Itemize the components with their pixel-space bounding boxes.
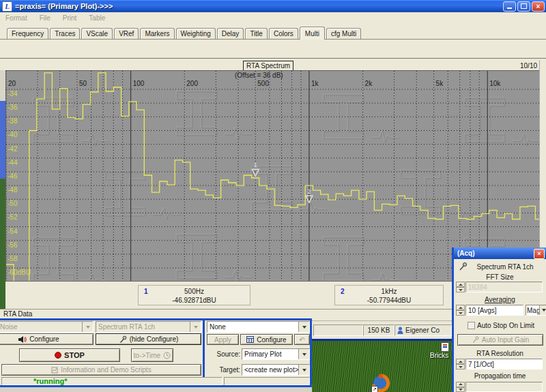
averaging-mode-select[interactable]: Mag — [526, 305, 546, 316]
rta-data-strip: RTA Data — [0, 309, 452, 318]
svg-text:-56: -56 — [8, 241, 18, 249]
svg-text:-36: -36 — [8, 104, 18, 111]
tab-frequency[interactable]: Frequency — [7, 28, 48, 39]
auto-stop-label: Auto Stop On Limit — [477, 322, 534, 329]
source-label: Source: — [205, 350, 240, 358]
window-title: =praxis= (Primary Plot)->>> — [15, 2, 113, 10]
tab-traces[interactable]: Traces — [50, 28, 80, 39]
undo-icon: ↶ — [299, 336, 304, 344]
fft-size-field[interactable]: 16384 — [465, 282, 543, 292]
svg-text:500: 500 — [257, 80, 269, 87]
menu-item-table[interactable]: Table — [89, 14, 105, 22]
desktop-wallpaper: Bricks ↗ — [312, 341, 452, 392]
praxis-logo-icon: L — [2, 1, 12, 12]
tab-strip: FrequencyTracesVScaleVRefMarkersWeightin… — [0, 24, 546, 40]
info-scripts-button[interactable]: Information and Demo Scripts — [1, 364, 201, 376]
chevron-down-icon[interactable] — [298, 365, 309, 375]
svg-text:50: 50 — [79, 80, 87, 87]
bricks-icon-label[interactable]: Bricks — [430, 352, 448, 359]
tab-vref[interactable]: VRef — [114, 28, 139, 39]
tab-colors[interactable]: Colors — [269, 28, 298, 39]
chevron-down-icon[interactable] — [298, 349, 309, 359]
svg-text:10k: 10k — [489, 80, 501, 87]
auto-stop-checkbox[interactable] — [468, 322, 475, 329]
menu-bar: FormatFilePrintTable — [0, 12, 546, 24]
plot-right-edge — [539, 60, 546, 247]
rta-resolution-stepper[interactable] — [456, 359, 465, 370]
calculator-icon — [246, 336, 254, 343]
svg-text:-34: -34 — [8, 90, 18, 97]
propagation-time-label: Propagation time — [454, 372, 546, 380]
menu-item-print[interactable]: Print — [63, 14, 77, 22]
tab-vscale[interactable]: VScale — [81, 28, 113, 39]
svg-text:-40: -40 — [8, 131, 18, 138]
marker-1-readout: 1 500Hz -46.92871dBU — [138, 285, 250, 305]
svg-text:2k: 2k — [365, 80, 373, 87]
fft-size-label: FFT Size — [454, 273, 546, 281]
tab-title[interactable]: Title — [245, 28, 268, 39]
tab-cfg-multi[interactable]: cfg Multi — [326, 28, 361, 39]
stop-button[interactable]: STOP — [19, 348, 120, 362]
bricks-file-icon[interactable] — [441, 342, 449, 352]
acq-body: Spectrum RTA 1ch FFT Size 16384 Averagin… — [454, 259, 546, 392]
auto-input-gain-button[interactable]: Auto Input Gain — [457, 334, 543, 346]
svg-text:-38: -38 — [8, 117, 18, 125]
maximize-button[interactable] — [517, 1, 530, 12]
svg-text:200: 200 — [186, 80, 198, 87]
acq-titlebar[interactable]: (Acq) × — [454, 247, 546, 259]
screen: L =praxis= (Primary Plot)->>> × FormatFi… — [0, 0, 546, 392]
tab-multi[interactable]: Multi — [300, 27, 325, 40]
background-desktop-sliver — [0, 179, 5, 309]
multi-configure-button[interactable]: Configure — [240, 334, 293, 345]
microphone-icon — [119, 335, 127, 344]
speaker-icon — [18, 335, 27, 344]
averaging-field[interactable]: 10 [Avgs] — [465, 305, 523, 316]
close-button[interactable]: × — [532, 1, 545, 12]
tab-weighting[interactable]: Weighting — [176, 28, 216, 39]
minimize-button[interactable] — [503, 1, 516, 12]
page-indicator: 10/10 — [520, 62, 537, 70]
status-cell-running: *running* — [1, 377, 222, 385]
chevron-down-icon[interactable] — [82, 322, 93, 332]
generator-select[interactable]: Pnk Noise — [0, 321, 94, 333]
propagation-stepper[interactable] — [456, 382, 465, 392]
tab-delay[interactable]: Delay — [217, 28, 244, 39]
svg-text:1: 1 — [254, 162, 257, 168]
microphone-icon — [472, 336, 479, 344]
marker-1-value: -46.92871dBU — [139, 297, 250, 304]
undo-button[interactable]: ↶ — [294, 334, 310, 345]
svg-text:2: 2 — [307, 188, 311, 195]
svg-text:-58: -58 — [8, 255, 18, 262]
titlebar: L =praxis= (Primary Plot)->>> × — [0, 0, 546, 12]
analyzer-select[interactable]: Spectrum RTA 1ch — [96, 321, 201, 333]
menu-item-file[interactable]: File — [40, 14, 51, 22]
apply-button[interactable]: Apply — [207, 334, 239, 345]
acq-channel-label: Spectrum RTA 1ch — [468, 263, 543, 271]
background-window-edge — [0, 387, 312, 392]
generator-configure-button[interactable]: Configure — [0, 333, 94, 345]
marker-readout-band: 1 500Hz -46.92871dBU 2 1kHz -50.77944dBU — [5, 281, 452, 310]
background-window-border — [0, 101, 5, 179]
tab-markers[interactable]: Markers — [140, 28, 174, 39]
to-time-button[interactable]: to->Time — [131, 348, 173, 362]
target-label: Target: — [205, 366, 240, 374]
chevron-down-icon[interactable] — [539, 305, 546, 315]
target-select[interactable]: <create new plot> — [242, 364, 310, 376]
hide-configure-button[interactable]: (hide Configure) — [96, 333, 201, 345]
propagation-field[interactable] — [465, 382, 543, 392]
fft-size-stepper[interactable] — [456, 282, 465, 292]
multi-mode-select[interactable]: None — [207, 321, 310, 333]
acq-window: (Acq) × Spectrum RTA 1ch FFT Size 16384 … — [452, 247, 546, 392]
svg-text:-60dBU: -60dBU — [8, 269, 31, 276]
chevron-down-icon[interactable] — [298, 322, 309, 332]
rta-resolution-field[interactable]: 7 [1/Oct] — [465, 359, 543, 370]
file-size-cell: 150 KB — [363, 325, 394, 336]
svg-text:1k: 1k — [311, 80, 319, 87]
averaging-stepper[interactable] — [456, 305, 465, 316]
svg-text:-42: -42 — [8, 145, 18, 153]
source-select[interactable]: Primary Plot — [242, 348, 310, 360]
menu-item-format[interactable]: Format — [5, 14, 27, 22]
svg-text:20: 20 — [8, 80, 16, 87]
acq-close-button[interactable]: × — [534, 249, 545, 259]
chevron-down-icon[interactable] — [190, 322, 201, 332]
